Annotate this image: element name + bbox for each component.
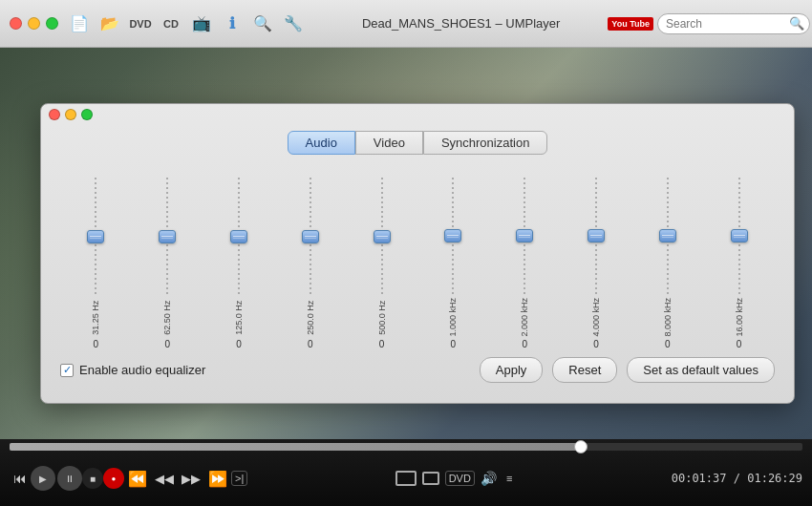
eq-handle-4[interactable] — [374, 230, 391, 243]
eq-handle-6[interactable] — [516, 229, 533, 242]
eq-handle-8[interactable] — [659, 229, 676, 242]
eq-band-4: 500.0 Hz0 — [371, 178, 394, 349]
play-button[interactable]: ▶ — [31, 466, 55, 491]
eq-band-9: 16.00 kHz0 — [728, 178, 751, 349]
progress-bar[interactable] — [10, 443, 802, 451]
dialog-window-controls — [49, 109, 93, 120]
search-button[interactable]: 🔍 — [789, 16, 804, 31]
set-default-button[interactable]: Set as default values — [627, 357, 775, 383]
eq-band-1: 62.50 Hz0 — [156, 178, 179, 349]
time-separator: / — [727, 472, 748, 485]
zoom-icon[interactable]: 🔍 — [249, 11, 276, 37]
youtube-badge: You Tube — [608, 17, 653, 31]
dvd-menu-button[interactable]: DVD — [445, 471, 475, 486]
forward-button[interactable]: ▶▶ — [178, 470, 204, 488]
frame-step-button[interactable]: >| — [231, 471, 247, 486]
title-bar: 📄 📂 DVD CD 📺 ℹ 🔍 🔧 Dead_MANS_SHOES1 – UM… — [0, 0, 812, 48]
cd-icon[interactable]: CD — [158, 11, 184, 37]
rewind-button[interactable]: ◀◀ — [151, 470, 178, 488]
prev-chapter-button[interactable]: ⏮ — [10, 469, 31, 488]
dvd-icon[interactable]: DVD — [127, 11, 154, 37]
eq-label-3: 250.0 Hz — [306, 299, 315, 337]
progress-fill — [10, 443, 581, 451]
eq-handle-7[interactable] — [588, 229, 605, 242]
eq-handle-9[interactable] — [731, 229, 748, 242]
time-display: 00:01:37 / 01:26:29 — [672, 472, 802, 485]
info-icon[interactable]: ℹ — [219, 11, 246, 37]
eq-label-8: 8.000 kHz — [663, 298, 673, 337]
prev-button[interactable]: ⏪ — [124, 468, 151, 490]
eq-band-2: 125.0 Hz0 — [227, 178, 250, 349]
eq-label-4: 500.0 Hz — [377, 299, 387, 337]
playlist-button[interactable]: ≡ — [502, 471, 516, 486]
eq-slider-1[interactable] — [156, 178, 179, 295]
eq-value-0: 0 — [94, 339, 99, 349]
eq-slider-3[interactable] — [299, 178, 322, 295]
eq-value-3: 0 — [308, 339, 313, 349]
enable-equalizer-checkbox[interactable]: ✓ — [60, 364, 74, 377]
eq-label-2: 125.0 Hz — [234, 299, 244, 337]
eq-value-9: 0 — [737, 339, 742, 349]
eq-band-7: 4.000 kHz0 — [585, 178, 608, 349]
dialog-maximize-button[interactable] — [81, 109, 93, 120]
dialog-close-button[interactable] — [49, 109, 60, 120]
reset-button[interactable]: Reset — [552, 357, 617, 383]
eq-slider-7[interactable] — [585, 178, 608, 294]
time-current: 00:01:37 — [672, 472, 727, 485]
equalizer-bottom-controls: ✓ Enable audio equalizer Apply Reset Set… — [41, 349, 794, 383]
eq-handle-2[interactable] — [230, 230, 247, 243]
eq-band-3: 250.0 Hz0 — [299, 178, 322, 349]
enable-equalizer-label[interactable]: ✓ Enable audio equalizer — [60, 363, 205, 377]
fullscreen-icon[interactable] — [395, 471, 417, 486]
equalizer-bands: 31.25 Hz062.50 Hz0125.0 Hz0250.0 Hz0500.… — [41, 158, 794, 349]
eq-label-7: 4.000 kHz — [591, 298, 601, 337]
eq-label-0: 31.25 Hz — [91, 299, 100, 337]
settings-icon[interactable]: 🔧 — [280, 11, 307, 37]
next-button[interactable]: ⏩ — [204, 468, 231, 490]
player-bar: ⏮ ▶ ⏸ ■ ● ⏪ ◀◀ ▶▶ ⏩ >| DVD 🔊 ≡ 00:01:37 … — [0, 439, 812, 506]
open-file-icon[interactable]: 📂 — [96, 11, 123, 37]
windowed-icon[interactable] — [422, 472, 439, 485]
eq-handle-1[interactable] — [159, 230, 176, 243]
tab-synchronization[interactable]: Synchronization — [423, 131, 548, 155]
apply-button[interactable]: Apply — [480, 357, 544, 383]
dialog-minimize-button[interactable] — [65, 109, 76, 120]
right-controls: DVD 🔊 ≡ — [395, 471, 517, 486]
tab-audio[interactable]: Audio — [288, 131, 355, 155]
toolbar: 📄 📂 DVD CD 📺 ℹ 🔍 🔧 — [58, 11, 314, 37]
tv-icon[interactable]: 📺 — [188, 11, 215, 37]
audio-equalizer-dialog: Audio Video Synchronization 31.25 Hz062.… — [40, 103, 795, 404]
window-title: Dead_MANS_SHOES1 – UMPlayer — [314, 16, 608, 31]
minimize-window-button[interactable] — [28, 17, 40, 30]
eq-slider-0[interactable] — [84, 178, 107, 295]
eq-label-9: 16.00 kHz — [735, 298, 744, 337]
eq-slider-5[interactable] — [441, 178, 464, 294]
tab-video[interactable]: Video — [355, 131, 423, 155]
eq-slider-2[interactable] — [227, 178, 250, 295]
eq-value-8: 0 — [665, 339, 671, 349]
stop-button[interactable]: ■ — [82, 468, 103, 489]
window-controls — [0, 17, 58, 30]
eq-slider-4[interactable] — [371, 178, 394, 295]
eq-handle-0[interactable] — [87, 230, 104, 243]
eq-value-6: 0 — [522, 339, 527, 349]
search-input[interactable] — [657, 13, 810, 34]
eq-handle-3[interactable] — [302, 230, 319, 243]
player-controls: ⏮ ▶ ⏸ ■ ● ⏪ ◀◀ ▶▶ ⏩ >| DVD 🔊 ≡ 00:01:37 … — [0, 451, 812, 506]
pause-button[interactable]: ⏸ — [57, 466, 82, 491]
eq-value-4: 0 — [379, 339, 385, 349]
close-window-button[interactable] — [10, 17, 22, 30]
eq-label-6: 2.000 kHz — [520, 298, 529, 337]
eq-handle-5[interactable] — [444, 229, 461, 242]
eq-label-5: 1.000 kHz — [448, 298, 458, 337]
new-file-icon[interactable]: 📄 — [66, 11, 93, 37]
progress-thumb[interactable] — [574, 440, 588, 453]
eq-slider-8[interactable] — [656, 178, 679, 294]
maximize-window-button[interactable] — [46, 17, 58, 30]
time-total: 01:26:29 — [747, 472, 802, 485]
eq-slider-9[interactable] — [728, 178, 751, 294]
record-button[interactable]: ● — [103, 468, 124, 489]
eq-slider-6[interactable] — [513, 178, 536, 294]
eq-value-5: 0 — [451, 339, 457, 349]
eq-band-5: 1.000 kHz0 — [441, 178, 464, 349]
